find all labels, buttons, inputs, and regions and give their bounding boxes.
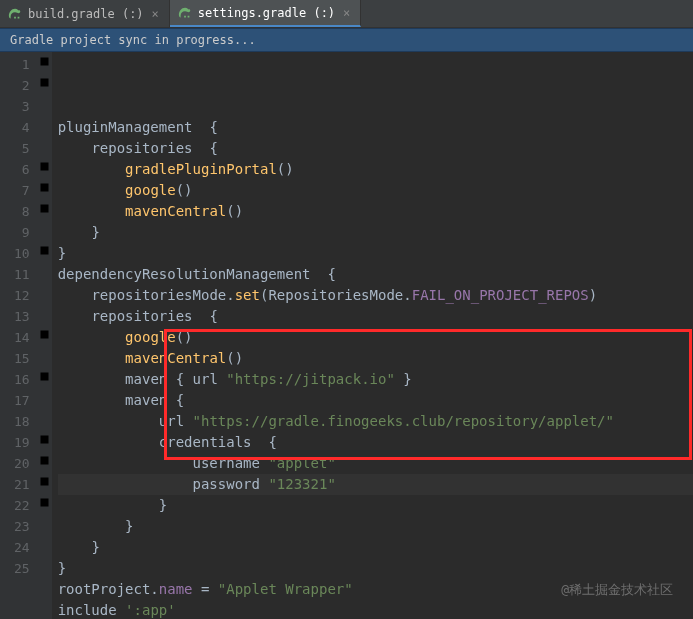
line-number: 10 xyxy=(14,243,30,264)
fold-marker[interactable] xyxy=(38,178,52,199)
fold-marker[interactable] xyxy=(38,325,52,346)
code-editor[interactable]: 1234567891011121314151617181920212223242… xyxy=(0,52,693,619)
file-tab[interactable]: settings.gradle (:)× xyxy=(170,0,362,27)
line-number: 15 xyxy=(14,348,30,369)
fold-marker[interactable] xyxy=(38,451,52,472)
line-number: 13 xyxy=(14,306,30,327)
svg-rect-22 xyxy=(41,499,49,507)
line-number: 2 xyxy=(14,75,30,96)
code-line[interactable]: } xyxy=(58,516,693,537)
fold-marker xyxy=(38,556,52,577)
tab-label: build.gradle (:) xyxy=(28,7,144,21)
line-number: 22 xyxy=(14,495,30,516)
fold-marker xyxy=(38,94,52,115)
code-line[interactable]: repositories { xyxy=(58,306,693,327)
svg-rect-6 xyxy=(41,184,49,192)
line-number: 17 xyxy=(14,390,30,411)
code-line[interactable]: maven { xyxy=(58,390,693,411)
line-number: 1 xyxy=(14,54,30,75)
code-line[interactable]: gradlePluginPortal() xyxy=(58,159,693,180)
code-line[interactable]: username "applet" xyxy=(58,453,693,474)
fold-marker xyxy=(38,136,52,157)
code-line[interactable]: url "https://gradle.finogeeks.club/repos… xyxy=(58,411,693,432)
line-number: 14 xyxy=(14,327,30,348)
fold-marker xyxy=(38,115,52,136)
line-number: 24 xyxy=(14,537,30,558)
line-number: 12 xyxy=(14,285,30,306)
file-tab[interactable]: build.gradle (:)× xyxy=(0,0,170,27)
code-line[interactable]: repositoriesMode.set(RepositoriesMode.FA… xyxy=(58,285,693,306)
fold-column[interactable] xyxy=(38,52,52,619)
code-area[interactable]: pluginManagement { repositories { gradle… xyxy=(52,52,693,619)
fold-marker[interactable] xyxy=(38,472,52,493)
code-line[interactable]: dependencyResolutionManagement { xyxy=(58,264,693,285)
svg-rect-14 xyxy=(41,373,49,381)
svg-rect-2 xyxy=(41,79,49,87)
code-line[interactable]: include ':app' xyxy=(58,600,693,619)
fold-marker[interactable] xyxy=(38,430,52,451)
fold-marker xyxy=(38,283,52,304)
code-line[interactable]: } xyxy=(58,558,693,579)
line-number: 18 xyxy=(14,411,30,432)
svg-rect-18 xyxy=(41,457,49,465)
fold-marker xyxy=(38,514,52,535)
svg-rect-20 xyxy=(41,478,49,486)
line-number: 7 xyxy=(14,180,30,201)
gradle-elephant-icon xyxy=(8,7,22,21)
code-line[interactable]: } xyxy=(58,222,693,243)
gradle-elephant-icon xyxy=(178,6,192,20)
fold-marker xyxy=(38,304,52,325)
close-icon[interactable]: × xyxy=(341,6,352,20)
code-line[interactable]: } xyxy=(58,537,693,558)
fold-marker[interactable] xyxy=(38,367,52,388)
fold-marker xyxy=(38,346,52,367)
fold-marker[interactable] xyxy=(38,73,52,94)
code-line[interactable]: } xyxy=(58,495,693,516)
fold-marker[interactable] xyxy=(38,199,52,220)
line-number: 6 xyxy=(14,159,30,180)
svg-rect-12 xyxy=(41,331,49,339)
line-number: 5 xyxy=(14,138,30,159)
line-number: 11 xyxy=(14,264,30,285)
svg-rect-16 xyxy=(41,436,49,444)
editor-tabs: build.gradle (:)×settings.gradle (:)× xyxy=(0,0,693,28)
sync-status-bar: Gradle project sync in progress... xyxy=(0,28,693,52)
code-line[interactable]: } xyxy=(58,243,693,264)
fold-marker xyxy=(38,409,52,430)
line-number: 16 xyxy=(14,369,30,390)
tab-label: settings.gradle (:) xyxy=(198,6,335,20)
fold-marker[interactable] xyxy=(38,52,52,73)
fold-marker xyxy=(38,262,52,283)
line-number: 19 xyxy=(14,432,30,453)
line-number: 9 xyxy=(14,222,30,243)
code-line[interactable]: google() xyxy=(58,180,693,201)
line-number-gutter: 1234567891011121314151617181920212223242… xyxy=(0,52,38,619)
close-icon[interactable]: × xyxy=(150,7,161,21)
svg-rect-4 xyxy=(41,163,49,171)
code-line[interactable]: google() xyxy=(58,327,693,348)
fold-marker[interactable] xyxy=(38,493,52,514)
line-number: 23 xyxy=(14,516,30,537)
svg-rect-10 xyxy=(41,247,49,255)
fold-marker xyxy=(38,535,52,556)
svg-rect-0 xyxy=(41,58,49,66)
code-line[interactable]: mavenCentral() xyxy=(58,348,693,369)
status-text: Gradle project sync in progress... xyxy=(10,33,256,47)
svg-rect-8 xyxy=(41,205,49,213)
line-number: 25 xyxy=(14,558,30,579)
line-number: 21 xyxy=(14,474,30,495)
line-number: 3 xyxy=(14,96,30,117)
line-number: 8 xyxy=(14,201,30,222)
code-line[interactable]: repositories { xyxy=(58,138,693,159)
code-line[interactable]: credentials { xyxy=(58,432,693,453)
fold-marker[interactable] xyxy=(38,241,52,262)
watermark-text: @稀土掘金技术社区 xyxy=(561,581,673,599)
fold-marker xyxy=(38,388,52,409)
code-line[interactable]: pluginManagement { xyxy=(58,117,693,138)
code-line[interactable]: password "123321" xyxy=(58,474,693,495)
fold-marker xyxy=(38,220,52,241)
code-line[interactable]: maven { url "https://jitpack.io" } xyxy=(58,369,693,390)
code-line[interactable]: mavenCentral() xyxy=(58,201,693,222)
line-number: 4 xyxy=(14,117,30,138)
fold-marker[interactable] xyxy=(38,157,52,178)
